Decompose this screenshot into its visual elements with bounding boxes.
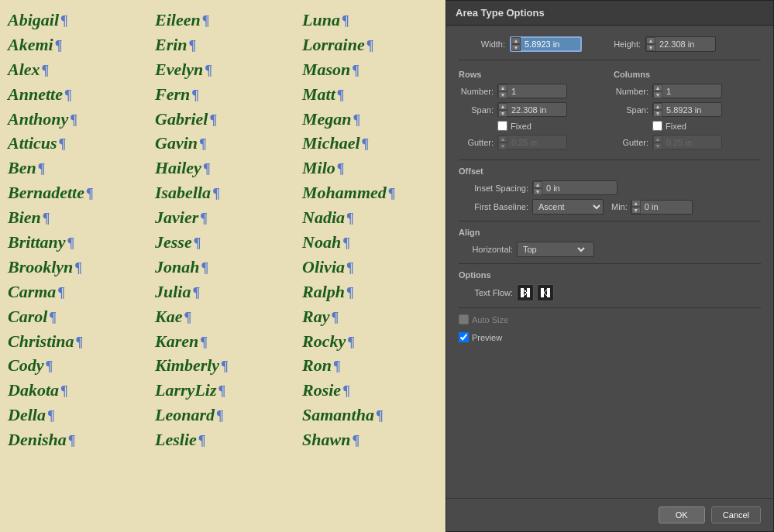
- list-item: Kimberly¶: [155, 353, 294, 378]
- rows-section: Rows Number: ▲ ▼ Span: ▲: [459, 67, 606, 153]
- cols-num-down[interactable]: ▼: [653, 91, 662, 98]
- list-item: Della¶: [8, 403, 147, 427]
- cols-gutter-up: ▲: [653, 136, 662, 142]
- rows-title: Rows: [459, 70, 606, 79]
- list-item: Ralph¶: [302, 280, 442, 304]
- height-spinner[interactable]: ▲ ▼: [646, 37, 655, 51]
- first-baseline-row: First Baseline: Ascent Cap Height Leadin…: [459, 199, 761, 215]
- list-item: Matt¶: [302, 82, 442, 107]
- min-input-wrap: ▲ ▼: [631, 200, 693, 215]
- height-spin-up[interactable]: ▲: [646, 37, 655, 44]
- list-item: Julia¶: [155, 280, 294, 304]
- columns-number-input[interactable]: [664, 87, 710, 96]
- columns-fixed-checkbox[interactable]: [652, 121, 662, 131]
- list-item: Gabriel¶: [155, 107, 294, 132]
- inset-spacing-input[interactable]: [544, 184, 590, 193]
- width-label: Width:: [459, 39, 505, 49]
- cols-span-up[interactable]: ▲: [653, 103, 662, 110]
- height-spin-down[interactable]: ▼: [646, 44, 655, 51]
- inset-down[interactable]: ▼: [533, 188, 542, 195]
- horizontal-select[interactable]: None Top Center Bottom Justify Full Just…: [518, 244, 587, 255]
- list-item: Rocky¶: [302, 329, 442, 354]
- rows-span-down[interactable]: ▼: [498, 110, 507, 117]
- columns-number-input-wrap: ▲ ▼: [652, 84, 722, 98]
- list-item: Dakota¶: [8, 378, 147, 403]
- rows-span-up[interactable]: ▲: [498, 103, 507, 110]
- cancel-button[interactable]: Cancel: [711, 506, 761, 523]
- rows-columns-section: Rows Number: ▲ ▼ Span: ▲: [459, 67, 761, 153]
- area-type-options-dialog: Area Type Options Width: ▲ ▼ Height: ▲: [445, 0, 774, 532]
- name-column-3: Luna¶ Lorraine¶ Mason¶ Matt¶ Megan¶ Mich…: [298, 8, 445, 524]
- columns-number-spinner[interactable]: ▲ ▼: [653, 84, 662, 98]
- height-input[interactable]: [657, 39, 715, 49]
- list-item: Anthony¶: [8, 107, 147, 132]
- cols-span-down[interactable]: ▼: [653, 110, 662, 117]
- columns-span-input[interactable]: [664, 105, 710, 115]
- rows-gutter-input-wrap: ▲ ▼: [497, 135, 567, 149]
- inset-spacing-label: Inset Spacing:: [459, 184, 528, 193]
- horizontal-dropdown-wrap[interactable]: None Top Center Bottom Justify Full Just…: [517, 242, 594, 257]
- list-item: Isabella¶: [155, 180, 294, 205]
- auto-size-checkbox[interactable]: [459, 314, 469, 324]
- inset-up[interactable]: ▲: [533, 181, 542, 188]
- height-group: Height: ▲ ▼: [594, 36, 716, 52]
- list-item: Noah¶: [302, 230, 442, 255]
- width-spin-down[interactable]: ▼: [511, 44, 521, 51]
- columns-gutter-input-wrap: ▲ ▼: [652, 135, 722, 149]
- columns-span-spinner[interactable]: ▲ ▼: [653, 103, 662, 117]
- columns-fixed-label: Fixed: [666, 122, 686, 131]
- width-input-wrap: ▲ ▼: [510, 36, 582, 52]
- rows-num-up[interactable]: ▲: [498, 84, 507, 91]
- list-item: Brittany¶: [8, 230, 147, 255]
- rows-number-spinner[interactable]: ▲ ▼: [498, 84, 507, 98]
- list-item: Erin¶: [155, 33, 294, 57]
- cols-num-up[interactable]: ▲: [653, 84, 662, 91]
- list-item: Nadia¶: [302, 205, 442, 230]
- horizontal-row: Horizontal: None Top Center Bottom Justi…: [459, 242, 761, 257]
- columns-gutter-label: Gutter:: [614, 138, 648, 147]
- list-item: Cody¶: [8, 353, 147, 378]
- text-flow-icons: [517, 284, 554, 301]
- columns-span-input-wrap: ▲ ▼: [652, 102, 722, 117]
- columns-gutter-input: [664, 138, 710, 147]
- text-flow-icon-1[interactable]: [517, 284, 534, 301]
- list-item: Eileen¶: [155, 8, 294, 33]
- inset-spinner[interactable]: ▲ ▼: [533, 181, 542, 195]
- min-down[interactable]: ▼: [631, 207, 641, 214]
- rows-num-down[interactable]: ▼: [498, 91, 507, 98]
- list-item: LarryLiz¶: [155, 378, 294, 403]
- list-item: Jesse¶: [155, 230, 294, 255]
- rows-span-spinner[interactable]: ▲ ▼: [498, 103, 507, 117]
- list-item: Milo¶: [302, 156, 442, 180]
- rows-number-input-wrap: ▲ ▼: [497, 84, 567, 98]
- min-up[interactable]: ▲: [631, 200, 641, 207]
- rows-number-input[interactable]: [509, 87, 556, 96]
- width-spin-up[interactable]: ▲: [511, 37, 521, 44]
- first-baseline-dropdown-wrap[interactable]: Ascent Cap Height Leading x Height Em Bo…: [532, 199, 604, 215]
- first-baseline-select[interactable]: Ascent Cap Height Leading x Height Em Bo…: [533, 201, 603, 212]
- inset-spacing-input-wrap: ▲ ▼: [532, 180, 617, 195]
- list-item: Bernadette¶: [8, 180, 147, 205]
- first-baseline-label: First Baseline:: [459, 202, 528, 211]
- rows-span-label: Span:: [459, 105, 494, 115]
- list-item: Abigail¶: [8, 8, 147, 33]
- auto-size-row: Auto Size: [459, 314, 761, 324]
- preview-checkbox[interactable]: [459, 332, 469, 342]
- min-spinner[interactable]: ▲ ▼: [631, 200, 641, 214]
- width-height-row: Width: ▲ ▼ Height: ▲ ▼: [459, 36, 761, 52]
- width-spinner[interactable]: ▲ ▼: [511, 37, 521, 51]
- ok-button[interactable]: OK: [659, 506, 705, 523]
- width-group: Width: ▲ ▼: [459, 36, 582, 52]
- rows-gutter-down: ▼: [498, 142, 507, 149]
- rows-fixed-checkbox[interactable]: [497, 121, 507, 131]
- min-input[interactable]: [642, 202, 689, 211]
- text-flow-icon-2[interactable]: [537, 284, 554, 301]
- rows-span-row: Span: ▲ ▼: [459, 102, 606, 117]
- dialog-footer: OK Cancel: [446, 498, 773, 531]
- align-title: Align: [459, 228, 761, 237]
- list-item: Rosie¶: [302, 378, 442, 403]
- preview-checkbox-label[interactable]: Preview: [459, 332, 502, 342]
- width-input[interactable]: [522, 39, 580, 49]
- list-item: Annette¶: [8, 82, 147, 107]
- rows-span-input[interactable]: [509, 105, 556, 115]
